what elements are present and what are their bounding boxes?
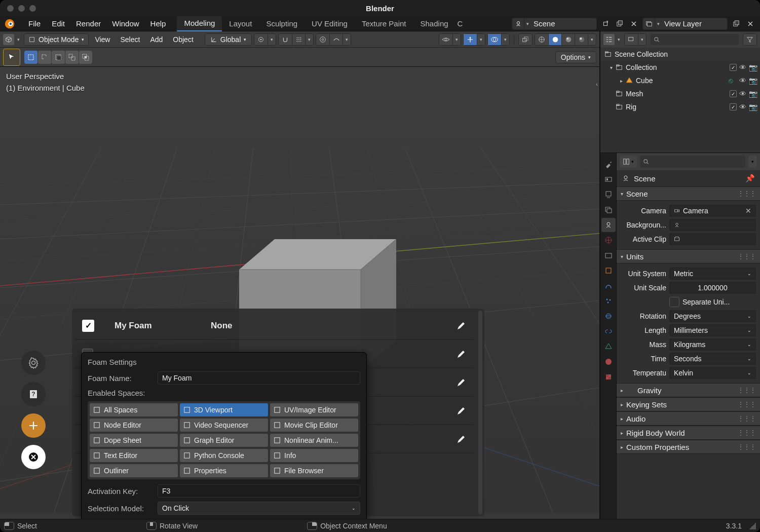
select-mode-new[interactable] — [24, 51, 37, 64]
window-controls[interactable] — [0, 5, 36, 12]
add-float-button[interactable] — [21, 413, 46, 438]
tab-modifier[interactable] — [601, 279, 616, 293]
workspace-shading[interactable]: Shading — [413, 16, 455, 31]
temp-dropdown[interactable]: Kelvin⌄ — [669, 367, 756, 379]
workspace-layout[interactable]: Layout — [222, 16, 259, 31]
help-float-button[interactable]: ? — [21, 382, 46, 406]
visibility-dropdown[interactable]: ▾ — [439, 33, 461, 46]
foam-row[interactable]: ✓ My Foam None — [75, 312, 473, 340]
tab-world[interactable] — [601, 233, 616, 247]
camera-icon[interactable]: 📷 — [749, 90, 757, 98]
viewport-menu-object[interactable]: Object — [169, 33, 197, 46]
eye-icon[interactable]: 👁 — [739, 90, 747, 98]
workspace-modeling[interactable]: Modeling — [177, 16, 222, 31]
minimize-dot[interactable] — [18, 5, 25, 12]
select-mode-extend[interactable] — [38, 51, 51, 64]
scene-add-button[interactable] — [600, 18, 611, 29]
viewport-menu-add[interactable]: Add — [146, 33, 167, 46]
space-button[interactable]: Python Console — [180, 449, 268, 462]
scene-picker[interactable]: ▾ — [512, 18, 597, 30]
panel-audio-header[interactable]: ▸Audio⋮⋮⋮ — [617, 411, 760, 426]
shading-modes[interactable]: ▾ — [535, 33, 596, 46]
gravity-checkbox[interactable] — [626, 386, 634, 394]
tab-collection[interactable] — [601, 248, 616, 262]
unit-system-dropdown[interactable]: Metric⌄ — [669, 268, 756, 280]
gizmo-toggle[interactable]: ▾ — [463, 33, 485, 46]
chevron-down-icon[interactable]: ▾ — [524, 18, 530, 29]
outliner-editor-type[interactable] — [603, 34, 615, 45]
space-button[interactable]: Node Editor — [90, 419, 178, 432]
disclosure-icon[interactable]: ▾ — [607, 65, 615, 70]
foam-edit-button[interactable] — [456, 321, 466, 331]
outliner-display-mode[interactable]: ▾ — [624, 33, 647, 46]
scene-close-button[interactable] — [628, 18, 639, 29]
collection-checkbox[interactable] — [730, 90, 737, 97]
collection-checkbox[interactable] — [730, 103, 737, 110]
proportional-dropdown[interactable]: ▾ — [316, 33, 351, 46]
tab-data[interactable] — [601, 339, 616, 354]
cursor-tool[interactable] — [3, 49, 20, 66]
workspace-sculpting[interactable]: Sculpting — [259, 16, 305, 31]
panel-units-header[interactable]: ▾Units⋮⋮⋮ — [617, 249, 760, 263]
camera-icon[interactable]: 📷 — [749, 63, 757, 71]
tab-tool[interactable] — [601, 157, 616, 171]
camera-dropdown[interactable]: Camera✕ — [669, 205, 756, 217]
outliner-filter[interactable] — [743, 33, 757, 46]
foam-edit-button[interactable] — [456, 406, 466, 416]
tab-material[interactable] — [601, 355, 616, 369]
unit-scale-input[interactable]: 1.000000 — [669, 282, 756, 294]
editor-type-dropdown[interactable] — [3, 34, 14, 45]
space-button[interactable]: Text Editor — [90, 449, 178, 462]
foam-name-input[interactable] — [158, 371, 360, 385]
panel-scene-header[interactable]: ▾Scene⋮⋮⋮ — [617, 186, 760, 201]
workspace-more[interactable]: C — [455, 16, 465, 31]
space-button[interactable]: Outliner — [90, 464, 178, 477]
outliner-row[interactable]: Mesh 👁📷 — [600, 87, 760, 100]
tab-render[interactable] — [601, 172, 616, 186]
tab-scene[interactable] — [601, 218, 616, 232]
viewlayer-close-button[interactable] — [745, 18, 756, 29]
clear-icon[interactable]: ✕ — [745, 207, 751, 215]
menu-help[interactable]: Help — [145, 17, 171, 30]
workspace-texpaint[interactable]: Texture Paint — [355, 16, 413, 31]
space-button[interactable]: Dope Sheet — [90, 434, 178, 447]
menu-render[interactable]: Render — [71, 17, 106, 30]
selection-dropdown[interactable]: On Click ⌄ — [158, 502, 360, 515]
overlays-toggle[interactable]: ▾ — [487, 33, 510, 46]
space-button[interactable]: File Browser — [270, 464, 358, 477]
viewlayer-new-button[interactable] — [731, 18, 742, 29]
close-dot[interactable] — [7, 5, 14, 12]
tab-viewlayer[interactable] — [601, 203, 616, 217]
foam-scrollbar[interactable] — [478, 311, 482, 514]
space-button[interactable]: Properties — [180, 464, 268, 477]
outliner-row[interactable]: ▾ Collection 👁📷 — [600, 61, 760, 74]
snap-dropdown[interactable]: ▾ — [278, 33, 314, 46]
viewport-menu-view[interactable]: View — [91, 33, 114, 46]
scene-name-input[interactable] — [530, 19, 596, 28]
activation-input[interactable] — [158, 484, 360, 498]
outliner-row[interactable]: Rig 👁📷 — [600, 100, 760, 113]
rotation-dropdown[interactable]: Degrees⌄ — [669, 310, 756, 322]
space-button[interactable]: Video Sequencer — [180, 419, 268, 432]
select-mode-intersect[interactable] — [79, 51, 92, 64]
tab-constraints[interactable] — [601, 324, 616, 338]
space-button[interactable]: Movie Clip Editor — [270, 419, 358, 432]
prop-search-input[interactable] — [640, 156, 745, 168]
clip-dropdown[interactable] — [669, 233, 756, 245]
zoom-dot[interactable] — [29, 5, 36, 12]
menu-edit[interactable]: Edit — [47, 17, 70, 30]
viewport-menu-select[interactable]: Select — [116, 33, 144, 46]
panel-gravity-header[interactable]: ▸Gravity⋮⋮⋮ — [617, 383, 760, 397]
space-button[interactable]: UV/Image Editor — [270, 403, 358, 416]
select-mode-subtract[interactable] — [52, 51, 65, 64]
orientation-dropdown[interactable]: Global ▾ — [205, 33, 252, 46]
eye-icon[interactable]: 👁 — [739, 103, 747, 111]
space-button[interactable]: All Spaces — [90, 403, 178, 416]
foam-edit-button[interactable] — [456, 349, 466, 359]
prop-editor-type[interactable]: ▾ — [620, 156, 637, 168]
chevron-down-icon[interactable]: ▾ — [655, 18, 661, 29]
viewport-3d[interactable]: User Perspective (1) Environment | Cube … — [0, 67, 599, 519]
xray-toggle[interactable] — [518, 33, 533, 46]
foam-edit-button[interactable] — [456, 377, 466, 388]
workspace-uv[interactable]: UV Editing — [305, 16, 355, 31]
